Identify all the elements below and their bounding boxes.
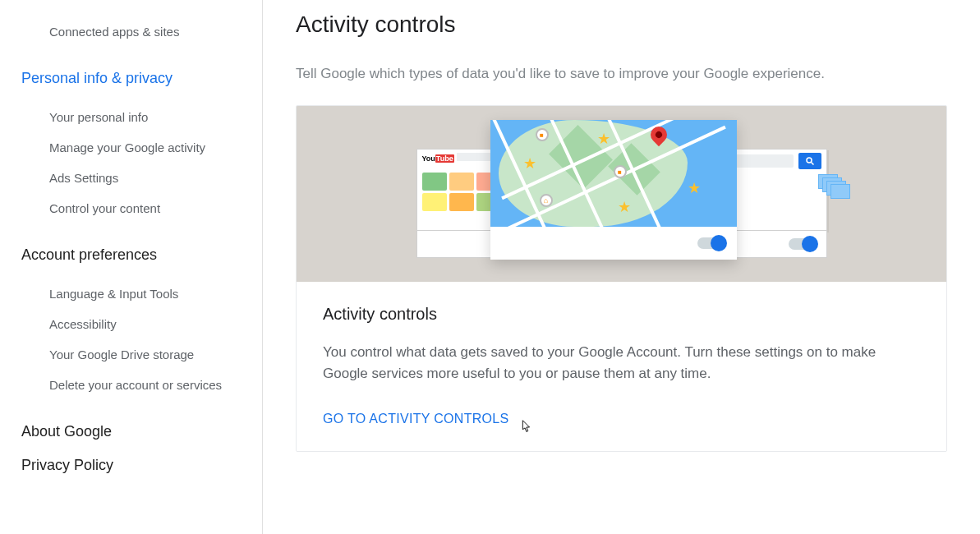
cursor-icon — [517, 417, 535, 438]
poi-icon: ■ — [536, 128, 549, 141]
sidebar-item-delete-account[interactable]: Delete your account or services — [21, 370, 246, 400]
sidebar-heading-personal-info-privacy[interactable]: Personal info & privacy — [21, 70, 246, 87]
sidebar-item-your-personal-info[interactable]: Your personal info — [21, 102, 246, 132]
main-content: Activity controls Tell Google which type… — [263, 0, 980, 534]
sidebar-heading-account-preferences[interactable]: Account preferences — [21, 246, 246, 264]
map-card-icon: ★ ★ ★ ★ ■ ■ ⌂ — [490, 120, 737, 260]
svg-line-1 — [811, 163, 813, 165]
toggle-icon — [789, 238, 815, 250]
page-title: Activity controls — [296, 12, 947, 38]
sidebar-link-privacy-policy[interactable]: Privacy Policy — [21, 457, 246, 474]
star-icon: ★ — [523, 154, 536, 173]
sidebar-link-about-google[interactable]: About Google — [21, 423, 246, 440]
activity-controls-card: YouTube — [296, 105, 947, 452]
go-to-activity-controls-link[interactable]: GO TO ACTIVITY CONTROLS — [323, 412, 509, 426]
poi-icon: ■ — [614, 165, 627, 178]
card-hero-illustration: YouTube — [297, 106, 946, 282]
home-poi-icon: ⌂ — [540, 194, 553, 207]
sidebar-item-accessibility[interactable]: Accessibility — [21, 309, 246, 339]
sidebar-item-control-content[interactable]: Control your content — [21, 193, 246, 223]
page-subtitle: Tell Google which types of data you'd li… — [296, 66, 947, 82]
svg-point-0 — [807, 158, 812, 163]
star-icon: ★ — [688, 179, 701, 197]
card-title: Activity controls — [323, 305, 920, 324]
sidebar: Connected apps & sites Personal info & p… — [0, 0, 263, 534]
sidebar-item-language-input[interactable]: Language & Input Tools — [21, 279, 246, 309]
sidebar-item-ads-settings[interactable]: Ads Settings — [21, 163, 246, 193]
sidebar-item-connected-apps[interactable]: Connected apps & sites — [21, 16, 246, 47]
star-icon: ★ — [618, 198, 631, 216]
search-icon — [798, 153, 821, 169]
star-icon: ★ — [597, 130, 610, 148]
sidebar-item-manage-activity[interactable]: Manage your Google activity — [21, 132, 246, 163]
sidebar-item-drive-storage[interactable]: Your Google Drive storage — [21, 339, 246, 370]
card-description: You control what data gets saved to your… — [323, 342, 920, 384]
toggle-icon — [697, 237, 724, 249]
